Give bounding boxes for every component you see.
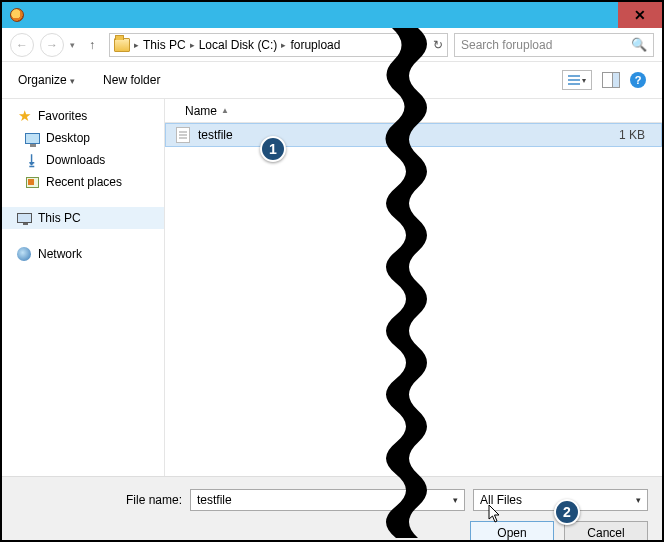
cursor-icon [488,504,502,524]
chevron-down-icon: ▾ [582,76,586,85]
chevron-down-icon: ▾ [70,76,75,86]
file-name-input[interactable]: testfile ▾ [190,489,465,511]
search-placeholder: Search forupload [461,38,552,52]
toolbar: Organize ▾ New folder ▾ ? [2,62,662,98]
search-icon: 🔍 [631,37,647,52]
file-row[interactable]: testfile 1 KB [165,123,662,147]
search-input[interactable]: Search forupload 🔍 [454,33,654,57]
preview-pane-button[interactable] [602,72,620,88]
sidebar-item-desktop[interactable]: Desktop [2,127,164,149]
close-button[interactable]: ✕ [618,2,662,28]
open-button[interactable]: Open [470,521,554,542]
sidebar-favorites[interactable]: ★ Favorites [2,105,164,127]
chevron-down-icon: ▾ [453,495,458,505]
main-area: ★ Favorites Desktop ⭳ Downloads Recent p… [2,98,662,476]
firefox-icon [10,8,24,22]
sidebar-item-label: Desktop [46,131,90,145]
organize-menu[interactable]: Organize ▾ [18,73,75,87]
arrow-right-icon: → [46,38,58,52]
forward-button[interactable]: → [40,33,64,57]
sidebar-item-recent-places[interactable]: Recent places [2,171,164,193]
chevron-right-icon: ▸ [281,40,286,50]
sidebar-item-label: Recent places [46,175,122,189]
file-name-value: testfile [197,493,232,507]
address-bar[interactable]: ▸ This PC ▸ Local Disk (C:) ▸ forupload … [109,33,448,57]
network-icon [17,247,31,261]
sidebar: ★ Favorites Desktop ⭳ Downloads Recent p… [2,99,164,476]
sort-ascending-icon: ▲ [221,106,229,115]
chevron-right-icon: ▸ [190,40,195,50]
file-name: testfile [198,128,581,142]
annotation-badge-2: 2 [554,499,580,525]
sidebar-item-label: Network [38,247,82,261]
arrow-up-icon: ↑ [89,38,95,52]
chevron-right-icon: ▸ [134,40,139,50]
sidebar-item-label: Downloads [46,153,105,167]
titlebar: ✕ [2,2,662,28]
folder-icon [114,38,130,52]
sidebar-item-label: Favorites [38,109,87,123]
star-icon: ★ [16,108,32,124]
new-folder-button[interactable]: New folder [103,73,160,87]
downloads-icon: ⭳ [24,152,40,168]
file-name-label: File name: [126,493,182,507]
breadcrumb-local-disk[interactable]: Local Disk (C:) [199,38,278,52]
sidebar-this-pc[interactable]: This PC [2,207,164,229]
back-button[interactable]: ← [10,33,34,57]
close-icon: ✕ [634,7,646,23]
file-size: 1 KB [581,128,661,142]
up-button[interactable]: ↑ [81,34,103,56]
refresh-icon[interactable]: ↻ [433,38,443,52]
recent-locations-chevron[interactable]: ▾ [70,40,75,50]
sidebar-network[interactable]: Network [2,243,164,265]
cancel-button[interactable]: Cancel [564,521,648,542]
file-list: ▲ Name testfile 1 KB [164,99,662,476]
sidebar-item-downloads[interactable]: ⭳ Downloads [2,149,164,171]
nav-row: ← → ▾ ↑ ▸ This PC ▸ Local Disk (C:) ▸ fo… [2,28,662,62]
breadcrumb-forupload[interactable]: forupload [290,38,340,52]
view-options-button[interactable]: ▾ [562,70,592,90]
sidebar-item-label: This PC [38,211,81,225]
column-headers[interactable]: ▲ [165,99,662,123]
file-icon [176,127,190,143]
desktop-icon [25,133,40,144]
chevron-down-icon: ▾ [636,495,641,505]
help-button[interactable]: ? [630,72,646,88]
arrow-left-icon: ← [16,38,28,52]
breadcrumb-this-pc[interactable]: This PC [143,38,186,52]
annotation-badge-1: 1 [260,136,286,162]
recent-places-icon [26,177,39,188]
pc-icon [17,213,32,223]
